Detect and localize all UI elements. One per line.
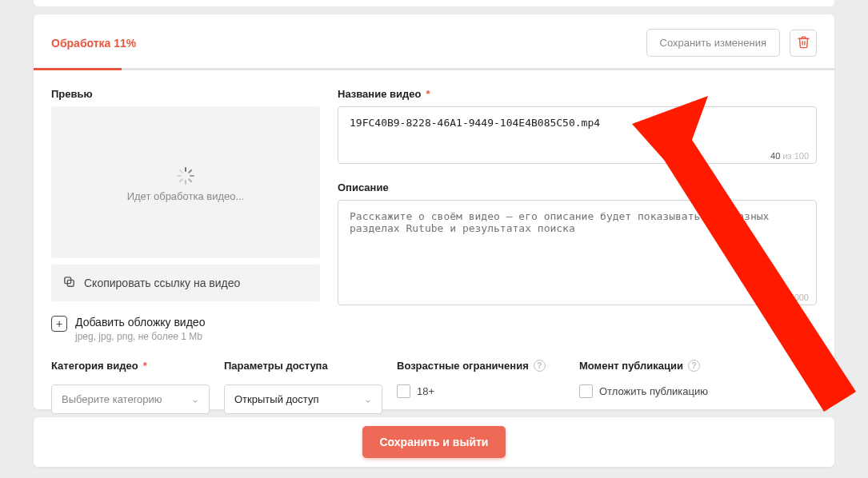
desc-field-wrap: 0 из 5000 bbox=[338, 200, 817, 309]
preview-label: Превью bbox=[51, 88, 320, 100]
access-block: Параметры доступа Открытый доступ bbox=[224, 360, 382, 414]
preview-box: Идет обработка видео... bbox=[51, 106, 320, 258]
checkbox-icon bbox=[397, 384, 410, 398]
spinner-icon bbox=[177, 163, 194, 181]
copy-link-label: Скопировать ссылку на видео bbox=[84, 277, 240, 289]
checkbox-icon bbox=[579, 384, 593, 398]
access-select[interactable]: Открытый доступ bbox=[224, 384, 382, 414]
header-row: Обработка 11% Сохранить изменения bbox=[34, 14, 834, 68]
chevron-down-icon bbox=[364, 396, 372, 404]
save-changes-button[interactable]: Сохранить изменения bbox=[646, 29, 781, 57]
title-counter: 40 из 100 bbox=[770, 151, 809, 161]
title-field-wrap: 40 из 100 bbox=[338, 106, 817, 167]
copy-icon bbox=[62, 275, 76, 291]
delete-button[interactable] bbox=[790, 30, 817, 57]
add-cover-row[interactable]: + Добавить обложку видео jpeg, jpg, png,… bbox=[51, 316, 320, 342]
footer-card: Сохранить и выйти bbox=[34, 417, 834, 467]
age-label-text: Возрастные ограничения bbox=[397, 360, 529, 372]
category-label: Категория видео* bbox=[51, 360, 210, 372]
required-asterisk: * bbox=[426, 88, 430, 100]
help-icon[interactable]: ? bbox=[534, 360, 546, 372]
description-input[interactable] bbox=[338, 200, 817, 305]
progress-bar bbox=[34, 68, 834, 70]
preview-processing-text: Идет обработка видео... bbox=[127, 190, 245, 202]
publish-label-text: Момент публикации bbox=[579, 360, 683, 372]
progress-label: Обработка 11% bbox=[51, 37, 136, 50]
desc-count-max: 5000 bbox=[790, 293, 809, 302]
right-column: Название видео* 40 из 100 Описание 0 из … bbox=[338, 88, 817, 342]
title-label: Название видео* bbox=[338, 88, 817, 100]
add-cover-hint: jpeg, jpg, png, не более 1 Mb bbox=[75, 331, 205, 342]
age-checkbox-row[interactable]: 18+ bbox=[397, 384, 565, 398]
copy-link-button[interactable]: Скопировать ссылку на видео bbox=[51, 265, 320, 301]
title-label-text: Название видео bbox=[338, 88, 421, 100]
access-value: Открытый доступ bbox=[234, 393, 318, 405]
save-and-exit-button[interactable]: Сохранить и выйти bbox=[362, 426, 506, 458]
help-icon[interactable]: ? bbox=[688, 360, 700, 372]
age-block: Возрастные ограничения ? 18+ bbox=[397, 360, 565, 398]
title-count-sep: из bbox=[780, 151, 794, 161]
desc-label: Описание bbox=[338, 181, 817, 193]
title-count-current: 40 bbox=[770, 151, 780, 161]
category-block: Категория видео* Выберите категорию bbox=[51, 360, 210, 414]
trash-icon bbox=[797, 35, 810, 51]
category-select[interactable]: Выберите категорию bbox=[51, 384, 210, 414]
publish-block: Момент публикации ? Отложить публикацию bbox=[579, 360, 817, 398]
desc-count-sep: из bbox=[775, 293, 789, 302]
title-input[interactable] bbox=[338, 106, 817, 164]
header-actions: Сохранить изменения bbox=[646, 29, 818, 57]
progress-fill bbox=[34, 68, 122, 70]
card-edge-top bbox=[34, 0, 834, 6]
publish-label: Момент публикации ? bbox=[579, 360, 817, 372]
chevron-down-icon bbox=[191, 396, 199, 404]
publish-checkbox-label: Отложить публикацию bbox=[599, 385, 708, 397]
publish-checkbox-row[interactable]: Отложить публикацию bbox=[579, 384, 817, 398]
required-asterisk: * bbox=[143, 360, 147, 372]
category-label-text: Категория видео bbox=[51, 360, 138, 372]
access-label: Параметры доступа bbox=[224, 360, 382, 372]
add-cover-label: Добавить обложку видео bbox=[75, 316, 205, 329]
desc-counter: 0 из 5000 bbox=[770, 293, 809, 302]
left-column: Превью Идет обработка видео... bbox=[51, 88, 320, 342]
category-placeholder: Выберите категорию bbox=[62, 393, 162, 405]
title-count-max: 100 bbox=[794, 151, 809, 161]
plus-icon: + bbox=[51, 316, 67, 332]
age-checkbox-label: 18+ bbox=[417, 385, 434, 397]
main-card: Обработка 11% Сохранить изменения Превью bbox=[34, 14, 834, 409]
age-label: Возрастные ограничения ? bbox=[397, 360, 565, 372]
content: Превью Идет обработка видео... bbox=[34, 70, 834, 360]
